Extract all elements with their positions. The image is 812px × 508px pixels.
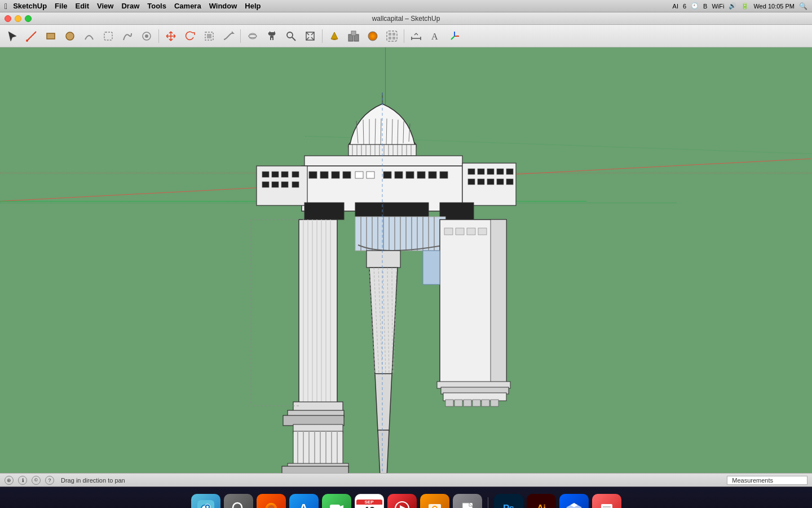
svg-rect-2 — [47, 33, 55, 39]
push-pull-tool-button[interactable] — [138, 27, 156, 45]
status-icon-2[interactable]: ℹ — [18, 476, 27, 485]
dock-itunes[interactable] — [387, 494, 417, 509]
svg-rect-76 — [281, 172, 288, 177]
window-controls — [5, 15, 32, 22]
svg-rect-66 — [367, 172, 374, 178]
svg-rect-24 — [392, 37, 395, 40]
measurements-area[interactable]: Measurements — [727, 476, 807, 485]
status-icon-copyright[interactable]: © — [32, 476, 41, 485]
components-button[interactable] — [345, 27, 363, 45]
ai-indicator: AI — [673, 3, 678, 10]
follow-me-tool-button[interactable] — [219, 27, 237, 45]
apple-menu[interactable]:  — [5, 2, 7, 11]
dimensions-button[interactable] — [407, 27, 425, 45]
group-button[interactable] — [383, 27, 401, 45]
svg-rect-4 — [104, 32, 112, 40]
svg-rect-69 — [406, 172, 414, 178]
system-time[interactable]: Wed 10:05 PM — [753, 3, 795, 10]
dock-spotlight[interactable] — [224, 494, 253, 509]
svg-marker-179 — [340, 505, 343, 509]
dock-iphoto[interactable] — [420, 494, 449, 509]
dock-preview[interactable] — [453, 494, 482, 509]
svg-rect-85 — [487, 169, 494, 174]
menu-camera[interactable]: Camera — [174, 2, 201, 10]
dock-finder[interactable] — [191, 494, 220, 509]
zoom-tool-button[interactable] — [282, 27, 300, 45]
bluetooth-icon: B — [703, 3, 707, 10]
paint-bucket-button[interactable] — [325, 27, 343, 45]
svg-rect-61 — [309, 172, 317, 178]
svg-rect-163 — [491, 400, 498, 406]
svg-rect-93 — [304, 203, 344, 220]
pan-tool-button[interactable] — [263, 27, 281, 45]
svg-rect-65 — [355, 172, 363, 178]
zoom-extents-button[interactable] — [301, 27, 319, 45]
svg-rect-122 — [283, 415, 344, 426]
status-icon-1[interactable]: ⊕ — [5, 476, 14, 485]
svg-rect-72 — [440, 172, 448, 178]
svg-rect-90 — [487, 179, 494, 185]
dock-appstore[interactable]: A — [289, 494, 319, 509]
menu-file[interactable]: File — [55, 2, 67, 10]
menu-help[interactable]: Help — [245, 2, 261, 10]
text-tool-button[interactable]: A — [426, 27, 444, 45]
status-icon-help[interactable]: ? — [45, 476, 54, 485]
svg-rect-59 — [304, 156, 462, 166]
select-tool-button[interactable] — [3, 27, 21, 45]
freehand-tool-button[interactable] — [118, 27, 136, 45]
svg-point-8 — [249, 34, 257, 38]
menu-tools[interactable]: Tools — [147, 2, 166, 10]
toolbar-sep2 — [240, 29, 241, 43]
svg-rect-150 — [491, 220, 506, 383]
svg-rect-159 — [454, 400, 462, 406]
maximize-button[interactable] — [25, 15, 32, 22]
svg-line-10 — [292, 37, 295, 41]
search-icon[interactable]: 🔍 — [799, 2, 807, 10]
svg-rect-75 — [272, 172, 279, 177]
move-tool-button[interactable] — [162, 27, 180, 45]
toolbar-sep4 — [404, 29, 404, 43]
rotate-tool-button[interactable] — [181, 27, 199, 45]
svg-rect-88 — [468, 179, 475, 185]
axes-tool-button[interactable] — [445, 27, 464, 45]
orbit-tool-button[interactable] — [244, 27, 262, 45]
svg-rect-151 — [444, 228, 453, 235]
materials-button[interactable] — [364, 27, 382, 45]
line-tool-button[interactable] — [23, 27, 41, 45]
svg-point-3 — [66, 32, 74, 40]
dock-illustrator[interactable]: Ai — [527, 494, 556, 509]
menu-sketchup[interactable]: SketchUp — [13, 2, 47, 10]
svg-rect-161 — [473, 400, 480, 406]
svg-rect-89 — [478, 179, 484, 185]
circle-tool-button[interactable] — [61, 27, 79, 45]
svg-rect-23 — [389, 37, 391, 40]
scale-tool-button[interactable] — [200, 27, 218, 45]
dock-photoshop[interactable]: Ps — [494, 494, 523, 509]
minimize-button[interactable] — [15, 15, 21, 22]
dock-notes[interactable] — [592, 494, 621, 509]
dock-dropbox[interactable] — [559, 494, 589, 509]
close-button[interactable] — [5, 15, 11, 22]
svg-rect-78 — [262, 182, 269, 187]
toolbar-sep3 — [322, 29, 323, 43]
svg-rect-71 — [429, 172, 436, 178]
viewport[interactable] — [0, 47, 812, 473]
svg-rect-64 — [343, 172, 351, 178]
svg-line-30 — [451, 36, 454, 40]
arc-tool-button[interactable] — [80, 27, 98, 45]
building-model — [209, 93, 592, 473]
dock-firefox[interactable] — [257, 494, 286, 509]
svg-rect-92 — [506, 179, 513, 185]
rectangle-tool-button[interactable] — [42, 27, 60, 45]
menu-window[interactable]: Window — [209, 2, 237, 10]
menu-edit[interactable]: Edit — [76, 2, 90, 10]
polygon-tool-button[interactable] — [99, 27, 117, 45]
menu-draw[interactable]: Draw — [121, 2, 139, 10]
svg-rect-62 — [320, 172, 328, 178]
menu-view[interactable]: View — [97, 2, 113, 10]
svg-marker-139 — [378, 430, 389, 473]
dock-calendar[interactable]: SEP 40 — [355, 494, 384, 509]
svg-point-9 — [287, 32, 293, 38]
svg-rect-70 — [417, 172, 425, 178]
dock-facetime[interactable] — [322, 494, 351, 509]
